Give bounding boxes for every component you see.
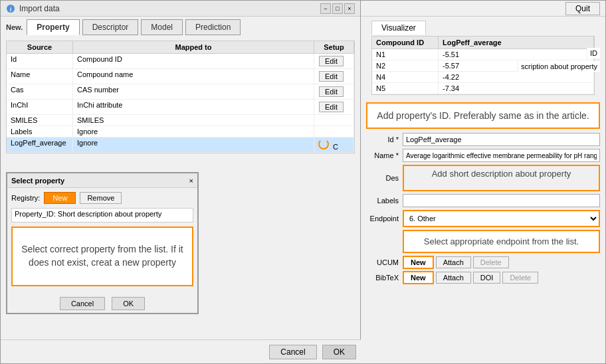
table-header: Source Mapped to Setup: [7, 41, 354, 54]
endpoint-form-row: Endpoint 6. Other 1. ADME 2. Toxicity 3.…: [366, 210, 600, 227]
sub-title-bar: Select property ×: [7, 173, 197, 188]
property-list[interactable]: Property_ID: Short description about pro…: [11, 208, 193, 223]
close-button[interactable]: ×: [344, 3, 355, 14]
compound-id-cell: N5: [372, 83, 439, 94]
edit-cell: [314, 115, 354, 126]
compound-value-cell: -5.51: [439, 49, 594, 60]
tab-model[interactable]: Model: [141, 19, 183, 35]
mapped-cell: Compound ID: [73, 54, 314, 68]
desc-form-row: Des Add short description about property: [366, 165, 600, 191]
mapped-cell: Ignore: [73, 137, 314, 152]
source-cell: Name: [7, 69, 73, 84]
new-property-button[interactable]: New: [44, 192, 76, 204]
edit-cell: Edit: [314, 54, 354, 68]
sub-close-button[interactable]: ×: [189, 177, 193, 185]
compound-row[interactable]: N4 -4.22: [372, 72, 594, 83]
table-row[interactable]: Name Compound name Edit: [7, 69, 354, 84]
main-dialog-footer: Cancel OK: [1, 339, 361, 363]
endpoint-wrapper: 6. Other 1. ADME 2. Toxicity 3. Activity…: [403, 210, 600, 227]
table-row-selected[interactable]: LogPeff_average Ignore C: [7, 137, 354, 153]
tab-visualizer[interactable]: Visualizer: [371, 21, 426, 35]
remove-property-button[interactable]: Remove: [80, 192, 122, 204]
name-input[interactable]: [403, 149, 600, 162]
source-cell: Labels: [7, 126, 73, 137]
compound-row[interactable]: N5 -7.34: [372, 83, 594, 94]
tab-property[interactable]: Property: [27, 19, 79, 35]
main-cancel-button[interactable]: Cancel: [269, 345, 316, 359]
desc-placeholder[interactable]: Add short description about property: [404, 166, 599, 190]
name-label: Name *: [366, 151, 403, 159]
mapped-cell: SMILES: [73, 115, 314, 126]
endpoint-label: Endpoint: [366, 215, 403, 223]
registry-row: Registry: New Remove: [11, 192, 193, 204]
sub-cancel-button[interactable]: Cancel: [60, 297, 105, 310]
instruction-text: Select correct property from the list. I…: [18, 243, 187, 269]
id-form-row: Id *: [366, 133, 600, 146]
svg-text:i: i: [10, 6, 12, 13]
table-row[interactable]: Labels Ignore: [7, 126, 354, 137]
source-cell: SMILES: [7, 115, 73, 126]
bibtex-new-button[interactable]: New: [403, 271, 434, 284]
table-row[interactable]: Cas CAS number Edit: [7, 84, 354, 100]
dialog-title: Import data: [19, 4, 60, 13]
right-top-bar: Quit: [361, 1, 605, 17]
partial-id-label: ID: [587, 48, 600, 58]
tabs-row: New. Property Descriptor Model Predictio…: [1, 17, 360, 38]
edit-button[interactable]: Edit: [319, 56, 344, 66]
labels-form-row: Labels: [366, 194, 600, 207]
edit-cell: Edit: [314, 69, 354, 84]
main-ok-button[interactable]: OK: [322, 345, 356, 359]
table-row[interactable]: InChI InChi attribute Edit: [7, 100, 354, 115]
mapped-cell: CAS number: [73, 84, 314, 99]
col-setup: Setup: [314, 41, 354, 53]
ucum-delete-button[interactable]: Delete: [473, 256, 509, 268]
name-form-row: Name *: [366, 149, 600, 162]
endpoint-select[interactable]: 6. Other 1. ADME 2. Toxicity 3. Activity…: [404, 211, 599, 226]
minimize-button[interactable]: −: [320, 3, 331, 14]
id-label: Id *: [366, 136, 403, 143]
table-row[interactable]: SMILES SMILES: [7, 115, 354, 126]
compound-id-cell: N2: [372, 60, 439, 71]
tab-descriptor[interactable]: Descriptor: [82, 19, 139, 35]
compound-row[interactable]: N1 -5.51: [372, 49, 594, 60]
labels-label: Labels: [366, 197, 403, 205]
id-input[interactable]: [403, 133, 600, 146]
instruction-box: Select correct property from the list. I…: [11, 227, 193, 286]
source-cell: LogPeff_average: [7, 137, 73, 152]
bibtex-label: BibTeX: [366, 274, 403, 282]
labels-input[interactable]: [403, 194, 600, 207]
title-bar-left: i Import data: [6, 4, 60, 13]
edit-button[interactable]: Edit: [319, 86, 344, 97]
doi-button[interactable]: DOI: [473, 272, 501, 284]
edit-cell: Edit: [314, 100, 354, 114]
form-area: Add property's ID. Preferably same as in…: [361, 98, 605, 290]
desc-wrapper: Add short description about property: [403, 165, 600, 191]
compound-id-cell: N1: [372, 49, 439, 60]
title-bar: i Import data − □ ×: [1, 1, 360, 17]
endpoint-tooltip-box: Select appropriate endpoint from the lis…: [403, 230, 600, 253]
edit-cell: [314, 126, 354, 137]
maximize-button[interactable]: □: [332, 3, 343, 14]
source-cell: InChI: [7, 100, 73, 114]
sub-dialog-body: Registry: New Remove Property_ID: Short …: [7, 188, 197, 294]
main-dialog: i Import data − □ × New. Property Descri…: [0, 0, 361, 364]
loading-icon: [318, 139, 329, 149]
ucum-attach-button[interactable]: Attach: [436, 256, 471, 268]
table-row[interactable]: Id Compound ID Edit: [7, 54, 354, 69]
desc-label: Des: [366, 174, 403, 182]
compound-id-cell: N4: [372, 72, 439, 82]
id-tooltip-box: Add property's ID. Preferably same as in…: [366, 102, 600, 129]
edit-button[interactable]: Edit: [319, 71, 344, 82]
compound-value-cell: -7.34: [439, 83, 594, 94]
bibtex-attach-button[interactable]: Attach: [436, 272, 471, 284]
sub-ok-button[interactable]: OK: [112, 297, 145, 310]
ucum-new-button[interactable]: New: [403, 256, 434, 269]
tab-prediction[interactable]: Prediction: [185, 19, 241, 35]
mapped-cell: Compound name: [73, 69, 314, 84]
quit-button[interactable]: Quit: [565, 2, 600, 15]
edit-button[interactable]: Edit: [319, 102, 344, 112]
select-property-dialog: Select property × Registry: New Remove P…: [6, 172, 199, 314]
registry-label: Registry:: [11, 194, 40, 202]
bibtex-delete-button[interactable]: Delete: [502, 272, 538, 284]
col-logpeff: LogPeff_average: [439, 37, 594, 48]
